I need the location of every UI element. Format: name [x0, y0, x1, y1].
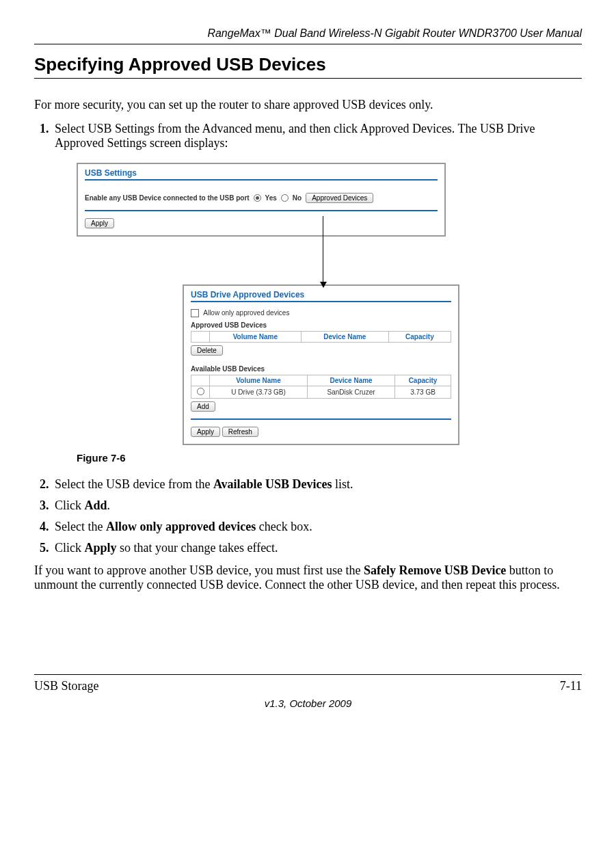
approved-usb-label: Approved USB Devices — [191, 321, 451, 329]
doc-header-title: RangeMax™ Dual Band Wireless-N Gigabit R… — [34, 27, 582, 40]
after-a: If you want to approve another USB devic… — [34, 563, 364, 577]
panel2-rule-2 — [191, 418, 451, 420]
footer-right: 7-11 — [560, 679, 582, 693]
apply-button-panel1[interactable]: Apply — [85, 218, 114, 228]
usb-settings-panel: USB Settings Enable any USB Device conne… — [77, 163, 446, 237]
row-radio[interactable] — [197, 388, 204, 395]
usb-settings-title: USB Settings — [85, 168, 438, 178]
col-capacity-2: Capacity — [394, 375, 451, 386]
add-button[interactable]: Add — [191, 401, 215, 412]
step-5: Click Apply so that your change takes ef… — [52, 541, 582, 555]
approved-devices-button[interactable]: Approved Devices — [306, 193, 373, 203]
radio-no[interactable] — [281, 194, 289, 202]
radio-yes[interactable] — [254, 194, 261, 202]
allow-only-row: Allow only approved devices — [191, 309, 451, 317]
available-devices-table: Volume Name Device Name Capacity U Drive… — [191, 375, 451, 399]
step-1: Select USB Settings from the Advanced me… — [52, 122, 582, 464]
cell-device: SanDisk Cruzer — [308, 386, 395, 399]
after-note: If you want to approve another USB devic… — [34, 563, 582, 592]
step-3-a: Click — [55, 498, 85, 512]
footer-rule — [34, 674, 582, 675]
table-header-row: Volume Name Device Name Capacity — [191, 375, 451, 386]
approved-devices-table: Volume Name Device Name Capacity — [191, 331, 451, 343]
step-4-b: Allow only approved devices — [106, 520, 256, 533]
footer-version: v1.3, October 2009 — [34, 697, 582, 709]
available-usb-label: Available USB Devices — [191, 365, 451, 373]
cell-capacity: 3.73 GB — [394, 386, 451, 399]
allow-only-label: Allow only approved devices — [203, 309, 289, 317]
apply-button-panel2[interactable]: Apply — [191, 427, 220, 437]
page-footer: USB Storage 7-11 v1.3, October 2009 — [34, 674, 582, 709]
intro-paragraph: For more security, you can set up the ro… — [34, 98, 582, 112]
radio-no-label: No — [293, 194, 302, 202]
section-heading: Specifying Approved USB Devices — [34, 54, 582, 75]
figure-caption: Figure 7-6 — [77, 452, 582, 464]
delete-button[interactable]: Delete — [191, 345, 223, 356]
panel1-rule-2 — [85, 210, 438, 211]
footer-line-1: USB Storage 7-11 — [34, 679, 582, 693]
step-3-c: . — [107, 498, 111, 512]
col-capacity: Capacity — [388, 332, 451, 343]
table-row[interactable]: U Drive (3.73 GB) SanDisk Cruzer 3.73 GB — [191, 386, 451, 399]
col-volume: Volume Name — [210, 332, 302, 343]
header-rule — [34, 44, 582, 44]
step-1-text: Select USB Settings from the Advanced me… — [55, 122, 535, 150]
arrow-connector — [323, 237, 324, 284]
panel1-rule-1 — [85, 179, 438, 181]
step-2-b: Available USB Devices — [213, 477, 332, 491]
step-4-c: check box. — [256, 520, 312, 533]
refresh-button[interactable]: Refresh — [222, 427, 258, 437]
table-header-row: Volume Name Device Name Capacity — [191, 332, 451, 343]
step-5-c: so that your change takes effect. — [117, 541, 278, 555]
step-4-a: Select the — [55, 520, 106, 533]
approved-devices-panel: USB Drive Approved Devices Allow only ap… — [183, 284, 459, 445]
enable-usb-row: Enable any USB Device connected to the U… — [85, 193, 438, 203]
step-2-a: Select the USB device from the — [55, 477, 213, 491]
figure-screenshot: USB Settings Enable any USB Device conne… — [77, 163, 459, 445]
section-rule — [34, 78, 582, 79]
allow-only-checkbox[interactable] — [191, 309, 199, 317]
radio-yes-label: Yes — [265, 194, 277, 202]
panel2-rule — [191, 301, 451, 302]
steps-list: Select USB Settings from the Advanced me… — [34, 122, 582, 555]
step-3-b: Add — [85, 498, 107, 512]
approved-devices-title: USB Drive Approved Devices — [191, 290, 451, 299]
step-5-b: Apply — [85, 541, 117, 555]
col-device: Device Name — [301, 332, 388, 343]
step-5-a: Click — [55, 541, 85, 555]
footer-left: USB Storage — [34, 679, 99, 693]
step-2-c: list. — [332, 477, 353, 491]
step-4: Select the Allow only approved devices c… — [52, 520, 582, 534]
col-volume-2: Volume Name — [210, 375, 308, 386]
enable-usb-label: Enable any USB Device connected to the U… — [85, 194, 250, 202]
cell-volume: U Drive (3.73 GB) — [210, 386, 308, 399]
step-3: Click Add. — [52, 498, 582, 513]
col-device-2: Device Name — [308, 375, 395, 386]
step-2: Select the USB device from the Available… — [52, 477, 582, 492]
after-b: Safely Remove USB Device — [364, 563, 506, 577]
panel2-button-row: Apply Refresh — [191, 427, 451, 437]
